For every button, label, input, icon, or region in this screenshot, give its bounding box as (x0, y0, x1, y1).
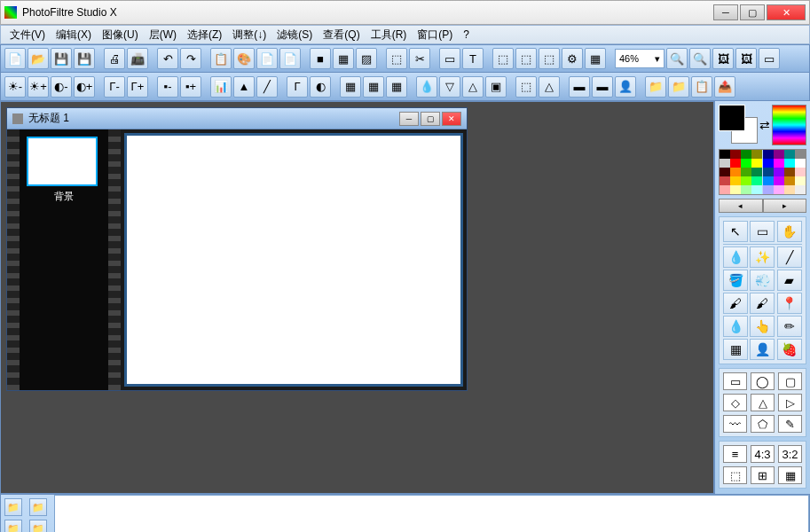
redo-icon[interactable]: ↷ (180, 48, 201, 69)
gamma-plus-icon[interactable]: Γ+ (127, 76, 148, 98)
new-icon[interactable]: 📄 (4, 48, 26, 69)
menu-edit[interactable]: 编辑(X) (51, 26, 97, 44)
doc-minimize-button[interactable]: ─ (399, 112, 419, 126)
menu-view[interactable]: 查看(Q) (318, 26, 365, 44)
gamma-minus-icon[interactable]: Γ- (104, 76, 125, 98)
foreground-background[interactable] (719, 105, 758, 144)
stamp-tool-icon[interactable]: 📍 (777, 293, 802, 314)
smudge-tool-icon[interactable]: 👆 (750, 316, 775, 337)
blur-tool-icon[interactable]: 💧 (723, 316, 748, 337)
opt5-icon[interactable]: ⊞ (751, 466, 775, 484)
resize-icon[interactable]: ⬚ (386, 48, 407, 69)
wand-tool-icon[interactable]: ✨ (750, 246, 775, 268)
triangle-shape-icon[interactable]: △ (751, 394, 775, 411)
blur-icon[interactable]: 💧 (416, 76, 437, 98)
menu-select[interactable]: 选择(Z) (182, 26, 227, 44)
color-swatch[interactable] (741, 150, 751, 159)
brightness-minus-icon[interactable]: ☀- (4, 76, 26, 98)
color-swatch[interactable] (751, 159, 762, 168)
plugin3-icon[interactable]: ⬚ (539, 48, 560, 69)
menu-image[interactable]: 图像(U) (97, 26, 144, 44)
preset-4-icon[interactable]: 📁 (29, 520, 47, 532)
histogram-icon[interactable]: 📊 (210, 76, 232, 98)
undo-icon[interactable]: ↶ (157, 48, 178, 69)
retouch-tool-icon[interactable]: ▦ (723, 339, 748, 360)
opt6-icon[interactable]: ▦ (778, 466, 802, 484)
color-swatch[interactable] (774, 185, 784, 194)
color-swatch[interactable] (730, 150, 741, 159)
doc-close-button[interactable]: ✕ (442, 112, 461, 126)
open-icon[interactable]: 📂 (28, 48, 49, 69)
color-swatch[interactable] (774, 176, 784, 185)
auto-contrast-icon[interactable]: ◐ (310, 76, 331, 98)
maximize-button[interactable]: ▢ (740, 4, 765, 20)
copy-icon[interactable]: 📋 (210, 48, 232, 69)
color-swatch[interactable] (795, 159, 806, 168)
triangle2-shape-icon[interactable]: ▷ (778, 394, 802, 411)
spray-tool-icon[interactable]: 💨 (750, 270, 775, 291)
photo-mask-icon[interactable]: ▦ (386, 76, 407, 98)
color-swatch[interactable] (763, 150, 774, 159)
rectangle-shape-icon[interactable]: ▭ (723, 372, 747, 390)
menu-adjust[interactable]: 调整(↓) (227, 26, 271, 44)
presentation-icon[interactable]: ▭ (759, 48, 780, 69)
ellipse-shape-icon[interactable]: ◯ (751, 372, 775, 390)
soften-icon[interactable]: △ (462, 76, 484, 98)
ratio-43-icon[interactable]: 4:3 (751, 445, 775, 463)
plugin2-icon[interactable]: ⬚ (515, 48, 537, 69)
brush-tool-icon[interactable]: 🖌 (723, 293, 748, 314)
color-swatch[interactable] (774, 159, 784, 168)
zoom-out-icon[interactable]: 🔍 (689, 48, 711, 69)
selection-icon[interactable]: ▭ (439, 48, 460, 69)
saturation-minus-icon[interactable]: ▪- (157, 76, 178, 98)
canvas[interactable] (124, 133, 463, 387)
color-swatch[interactable] (763, 159, 774, 168)
preset-3-icon[interactable]: 📁 (4, 520, 22, 532)
menu-layer[interactable]: 层(W) (144, 26, 182, 44)
color-swatch[interactable] (784, 176, 795, 185)
levels-icon[interactable]: ▲ (233, 76, 255, 98)
export-icon[interactable]: 📤 (714, 76, 735, 98)
browse-icon[interactable]: 📁 (668, 76, 689, 98)
zoom-in-icon[interactable]: 🔍 (666, 48, 688, 69)
color-swatch[interactable] (774, 168, 784, 176)
photo-png-icon[interactable]: 👤 (615, 76, 636, 98)
color-swatch[interactable] (751, 168, 762, 176)
antialias-icon[interactable]: △ (539, 76, 560, 98)
gradient-icon[interactable]: ▬ (569, 76, 590, 98)
color-swatch[interactable] (763, 185, 774, 194)
color-swatch[interactable] (741, 159, 751, 168)
print-icon[interactable]: 🖨 (104, 48, 125, 69)
contrast-plus-icon[interactable]: ◐+ (74, 76, 95, 98)
layer-thumbnail[interactable] (27, 137, 98, 186)
freehand-shape-icon[interactable]: ✎ (778, 415, 802, 433)
curve-icon[interactable]: ╱ (256, 76, 278, 98)
plugin1-icon[interactable]: ⬚ (492, 48, 514, 69)
module-icon[interactable]: ▬ (592, 76, 613, 98)
color-swatch[interactable] (741, 176, 751, 185)
text-icon[interactable]: T (462, 48, 484, 69)
color-swatch[interactable] (730, 159, 741, 168)
color-swatch[interactable] (751, 185, 762, 194)
prefs-icon[interactable]: ▦ (585, 48, 606, 69)
color-swatch[interactable] (795, 168, 806, 176)
color-swatch[interactable] (741, 168, 751, 176)
color-swatch[interactable] (784, 168, 795, 176)
grayscale-icon[interactable]: ▦ (340, 76, 361, 98)
lasso-shape-icon[interactable]: 〰 (723, 415, 747, 433)
eyedropper-tool-icon[interactable]: 💧 (723, 246, 748, 268)
hand-tool-icon[interactable]: ✋ (777, 221, 802, 242)
palette-next-button[interactable]: ▸ (763, 199, 807, 213)
color-swatch[interactable] (720, 168, 730, 176)
opt1-icon[interactable]: ≡ (723, 445, 747, 463)
color-swatch[interactable] (720, 150, 730, 159)
color-swatch[interactable] (730, 168, 741, 176)
foreground-color[interactable] (719, 105, 745, 131)
fullscreen-icon[interactable]: 🖼 (735, 48, 757, 69)
color-swatch[interactable] (795, 185, 806, 194)
polygon-shape-icon[interactable]: ⬠ (751, 415, 775, 433)
save-icon[interactable]: 💾 (51, 48, 72, 69)
opt4-icon[interactable]: ⬚ (723, 466, 747, 484)
color-swatch[interactable] (763, 168, 774, 176)
preset-2-icon[interactable]: 📁 (29, 498, 47, 516)
